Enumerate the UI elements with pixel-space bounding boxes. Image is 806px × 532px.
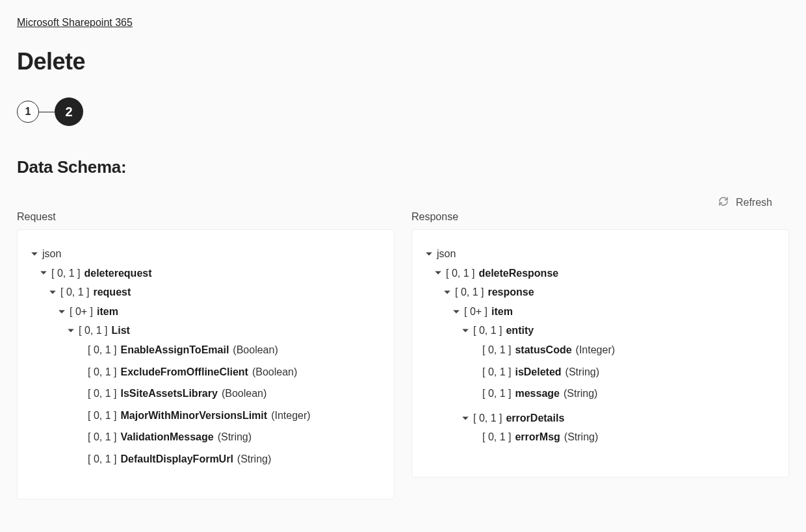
field-type: (String)	[566, 364, 599, 381]
cardinality: [ 0, 1 ]	[88, 429, 116, 446]
cardinality: [ 0, 1 ]	[482, 429, 511, 446]
tree-node-deleterequest[interactable]: [ 0, 1 ] deleterequest	[40, 265, 381, 282]
field-name: isDeleted	[515, 364, 561, 381]
tree-node-response[interactable]: [ 0, 1 ] response	[443, 284, 775, 301]
tree-node-item[interactable]: [ 0+ ] item	[452, 303, 775, 320]
cardinality: [ 0, 1 ]	[482, 342, 511, 359]
chevron-down-icon[interactable]	[462, 414, 469, 422]
section-title: Data Schema:	[17, 157, 789, 177]
tree-node-request[interactable]: [ 0, 1 ] request	[49, 284, 381, 301]
cardinality: [ 0, 1 ]	[88, 364, 116, 381]
stepper: 1 2	[17, 97, 789, 126]
chevron-down-icon[interactable]	[452, 308, 460, 316]
chevron-down-icon[interactable]	[425, 250, 433, 258]
field-type: (Boolean)	[222, 385, 266, 402]
tree-leaf[interactable]: [ 0, 1 ]errorMsg(String)	[471, 429, 775, 446]
tree-node-item[interactable]: [ 0+ ] item	[58, 303, 381, 320]
tree-leaf[interactable]: [ 0, 1 ]statusCode(Integer)	[471, 342, 775, 359]
field-name: IsSiteAssetsLibrary	[120, 385, 217, 402]
field-name: DefaultDisplayFormUrl	[120, 451, 233, 468]
step-1[interactable]: 1	[17, 101, 39, 123]
tree-node-errordetails[interactable]: [ 0, 1 ] errorDetails	[462, 410, 775, 427]
refresh-label: Refresh	[736, 197, 772, 209]
chevron-down-icon[interactable]	[434, 269, 442, 277]
field-type: (Integer)	[576, 342, 615, 359]
tree-node-json[interactable]: json	[425, 246, 775, 262]
tree-node-entity[interactable]: [ 0, 1 ] entity	[462, 322, 775, 339]
field-type: (String)	[564, 385, 597, 402]
cardinality: [ 0, 1 ]	[482, 364, 511, 381]
tree-leaf[interactable]: [ 0, 1 ]IsSiteAssetsLibrary(Boolean)	[76, 385, 381, 402]
tree-leaf[interactable]: [ 0, 1 ]ExcludeFromOfflineClient(Boolean…	[76, 364, 381, 381]
tree-leaf[interactable]: [ 0, 1 ]DefaultDisplayFormUrl(String)	[76, 451, 381, 468]
refresh-button[interactable]: Refresh	[17, 196, 789, 210]
refresh-icon	[718, 196, 729, 210]
request-tree: json [ 0, 1 ] deleterequest	[17, 229, 395, 500]
field-name: errorMsg	[515, 429, 560, 446]
chevron-down-icon[interactable]	[462, 327, 469, 335]
field-type: (Boolean)	[252, 364, 297, 381]
field-type: (String)	[564, 429, 598, 446]
field-name: statusCode	[515, 342, 571, 359]
tree-node-list[interactable]: [ 0, 1 ] List	[67, 322, 381, 339]
tree-leaf[interactable]: [ 0, 1 ]isDeleted(String)	[471, 364, 775, 381]
cardinality: [ 0, 1 ]	[88, 407, 116, 424]
tree-leaf[interactable]: [ 0, 1 ]message(String)	[471, 385, 775, 402]
tree-node-json[interactable]: json	[31, 246, 381, 262]
cardinality: [ 0, 1 ]	[482, 385, 511, 402]
cardinality: [ 0, 1 ]	[88, 385, 116, 402]
field-name: ExcludeFromOfflineClient	[120, 364, 248, 381]
field-type: (Integer)	[271, 407, 310, 424]
chevron-down-icon[interactable]	[58, 308, 66, 316]
chevron-down-icon[interactable]	[67, 327, 75, 335]
chevron-down-icon[interactable]	[443, 288, 451, 296]
tree-leaf[interactable]: [ 0, 1 ]MajorWithMinorVersionsLimit(Inte…	[76, 407, 381, 424]
field-type: (String)	[237, 451, 271, 468]
tree-leaf[interactable]: [ 0, 1 ]EnableAssignToEmail(Boolean)	[76, 342, 381, 359]
tree-node-deleteresponse[interactable]: [ 0, 1 ] deleteResponse	[434, 265, 775, 282]
field-type: (String)	[218, 429, 252, 446]
breadcrumb-link[interactable]: Microsoft Sharepoint 365	[17, 17, 133, 28]
field-name: MajorWithMinorVersionsLimit	[120, 407, 267, 424]
chevron-down-icon[interactable]	[40, 269, 47, 277]
request-column-label: Request	[17, 211, 395, 223]
cardinality: [ 0, 1 ]	[88, 342, 116, 359]
cardinality: [ 0, 1 ]	[88, 451, 116, 468]
field-name: ValidationMessage	[120, 429, 213, 446]
step-2[interactable]: 2	[55, 97, 83, 126]
page-title: Delete	[17, 48, 789, 75]
chevron-down-icon[interactable]	[31, 250, 38, 258]
field-name: EnableAssignToEmail	[120, 342, 229, 359]
tree-leaf[interactable]: [ 0, 1 ]ValidationMessage(String)	[76, 429, 381, 446]
step-connector	[39, 112, 55, 112]
response-column-label: Response	[411, 211, 789, 223]
chevron-down-icon[interactable]	[49, 288, 57, 296]
field-type: (Boolean)	[233, 342, 278, 359]
field-name: message	[515, 385, 560, 402]
response-tree: json [ 0, 1 ] deleteResponse	[411, 229, 789, 477]
